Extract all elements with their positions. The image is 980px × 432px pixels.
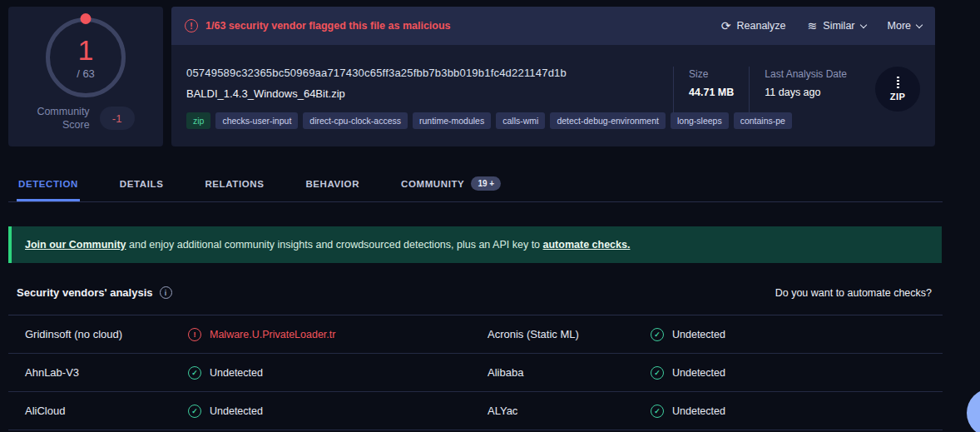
tab-behavior-label: BEHAVIOR bbox=[305, 179, 359, 189]
check-icon: ✓ bbox=[651, 328, 664, 341]
community-banner: Join our Community and enjoy additional … bbox=[8, 226, 942, 263]
size-column: Size 44.71 MB bbox=[673, 67, 749, 115]
community-label-line2: Score bbox=[62, 119, 90, 131]
more-button[interactable]: More bbox=[888, 20, 922, 32]
tab-detection[interactable]: DETECTION bbox=[17, 165, 80, 201]
similar-icon: ≋ bbox=[808, 20, 818, 32]
file-type-badge: ZIP bbox=[875, 67, 920, 112]
detection-total: / 63 bbox=[77, 67, 95, 80]
banner-text: and enjoy additional community insights … bbox=[126, 239, 543, 251]
analysis-title: Security vendors' analysis bbox=[17, 286, 153, 299]
detection-count: 1 bbox=[78, 36, 94, 64]
status-text: Undetected bbox=[672, 367, 725, 379]
file-meta: Size 44.71 MB Last Analysis Date 11 days… bbox=[673, 67, 920, 129]
refresh-icon: ⟳ bbox=[721, 20, 731, 32]
detection-status: ✓Undetected bbox=[651, 328, 943, 341]
summary-cards: 1 / 63 Community Score -1 ! 1/63 securit… bbox=[8, 7, 935, 146]
vendor-name: AliCloud bbox=[25, 405, 188, 417]
file-tag[interactable]: calls-wmi bbox=[496, 112, 545, 129]
status-text: Undetected bbox=[210, 405, 263, 417]
check-icon: ✓ bbox=[651, 366, 664, 380]
tag-list: zipchecks-user-inputdirect-cpu-clock-acc… bbox=[186, 112, 654, 129]
floating-action-button[interactable] bbox=[967, 389, 980, 432]
tab-community[interactable]: COMMUNITY 19 + bbox=[399, 165, 502, 201]
file-card-body: 05749589c32365bc50969aa717430c65ff3a25fb… bbox=[171, 45, 935, 129]
chevron-down-icon bbox=[916, 21, 923, 27]
vendors-table: Gridinsoft (no cloud)!Malware.U.PrivateL… bbox=[8, 315, 943, 430]
vendor-name: Acronis (Static ML) bbox=[488, 328, 651, 340]
file-info: 05749589c32365bc50969aa717430c65ff3a25fb… bbox=[186, 67, 654, 129]
gauge-detection-marker bbox=[81, 13, 92, 24]
header-actions: ⟳ Reanalyze ≋ Similar More bbox=[721, 20, 922, 32]
table-row: Gridinsoft (no cloud)!Malware.U.PrivateL… bbox=[8, 315, 943, 354]
file-hash: 05749589c32365bc50969aa717430c65ff3a25fb… bbox=[186, 67, 654, 79]
table-row: AliCloud✓UndetectedALYac✓Undetected bbox=[8, 392, 943, 430]
info-icon[interactable]: i bbox=[160, 286, 172, 299]
vendor-name: Gridinsoft (no cloud) bbox=[25, 328, 188, 340]
file-tag[interactable]: detect-debug-environment bbox=[550, 112, 666, 129]
file-card: ! 1/63 security vendor flagged this file… bbox=[171, 7, 935, 146]
last-analysis-label: Last Analysis Date bbox=[765, 68, 847, 80]
malicious-warning: ! 1/63 security vendor flagged this file… bbox=[185, 19, 451, 32]
detection-gauge: 1 / 63 bbox=[46, 17, 126, 97]
community-score-badge[interactable]: -1 bbox=[100, 107, 135, 130]
tab-details[interactable]: DETAILS bbox=[118, 165, 166, 201]
community-count-badge: 19 + bbox=[471, 176, 501, 191]
score-card: 1 / 63 Community Score -1 bbox=[8, 7, 163, 146]
join-community-link[interactable]: Join our Community bbox=[25, 239, 126, 251]
tab-relations[interactable]: RELATIONS bbox=[203, 165, 265, 201]
file-card-header: ! 1/63 security vendor flagged this file… bbox=[171, 7, 935, 45]
automate-checks-question[interactable]: Do you want to automate checks? bbox=[775, 287, 932, 299]
detection-status: ✓Undetected bbox=[188, 366, 488, 380]
reanalyze-button[interactable]: ⟳ Reanalyze bbox=[721, 20, 786, 32]
file-name: BALDI_1.4.3_Windows_64Bit.zip bbox=[186, 87, 654, 100]
file-tag[interactable]: zip bbox=[186, 112, 210, 129]
vendor-name: AhnLab-V3 bbox=[25, 366, 188, 379]
similar-button[interactable]: ≋ Similar bbox=[808, 20, 866, 32]
similar-label: Similar bbox=[823, 20, 854, 32]
zipper-icon bbox=[897, 77, 899, 89]
alert-icon: ! bbox=[185, 19, 198, 32]
chevron-down-icon bbox=[859, 21, 866, 27]
warning-text: 1/63 security vendor flagged this file a… bbox=[205, 20, 451, 32]
table-row: AhnLab-V3✓UndetectedAlibaba✓Undetected bbox=[8, 354, 943, 392]
check-icon: ✓ bbox=[651, 405, 664, 418]
virustotal-report-page: 1 / 63 Community Score -1 ! 1/63 securit… bbox=[0, 0, 980, 432]
status-text: Undetected bbox=[210, 367, 263, 379]
tab-relations-label: RELATIONS bbox=[205, 179, 264, 189]
community-score: Community Score -1 bbox=[8, 105, 163, 132]
file-tag[interactable]: runtime-modules bbox=[413, 112, 491, 129]
check-icon: ✓ bbox=[188, 366, 201, 380]
tab-detection-label: DETECTION bbox=[18, 179, 78, 189]
file-tag[interactable]: checks-user-input bbox=[215, 112, 298, 129]
analysis-title-wrap: Security vendors' analysis i bbox=[17, 286, 172, 299]
detection-status: ✓Undetected bbox=[651, 405, 943, 418]
size-label: Size bbox=[689, 68, 734, 80]
file-tag[interactable]: direct-cpu-clock-access bbox=[303, 112, 408, 129]
automate-checks-link[interactable]: automate checks. bbox=[543, 239, 631, 251]
status-text: Undetected bbox=[672, 405, 725, 417]
status-text: Undetected bbox=[672, 329, 725, 340]
report-tabs: DETECTION DETAILS RELATIONS BEHAVIOR COM… bbox=[8, 165, 943, 202]
reanalyze-label: Reanalyze bbox=[737, 20, 786, 32]
detection-status: !Malware.U.PrivateLoader.tr bbox=[188, 328, 488, 341]
status-text: Malware.U.PrivateLoader.tr bbox=[210, 329, 335, 340]
tab-behavior[interactable]: BEHAVIOR bbox=[304, 165, 361, 201]
last-analysis-column: Last Analysis Date 11 days ago bbox=[749, 67, 862, 115]
vendor-name: Alibaba bbox=[488, 366, 651, 379]
detection-status: ✓Undetected bbox=[651, 366, 943, 380]
size-value: 44.71 MB bbox=[689, 87, 734, 98]
community-score-label: Community Score bbox=[37, 105, 89, 132]
detection-status: ✓Undetected bbox=[188, 405, 488, 418]
check-icon: ✓ bbox=[188, 405, 201, 418]
file-type-label: ZIP bbox=[890, 92, 906, 102]
vendor-name: ALYac bbox=[488, 405, 651, 417]
alert-icon: ! bbox=[188, 328, 201, 341]
tab-community-label: COMMUNITY bbox=[401, 179, 464, 189]
more-label: More bbox=[888, 20, 911, 32]
last-analysis-value: 11 days ago bbox=[765, 87, 847, 98]
community-label-line1: Community bbox=[37, 106, 89, 117]
analysis-section-header: Security vendors' analysis i Do you want… bbox=[17, 286, 943, 299]
tab-details-label: DETAILS bbox=[120, 179, 164, 189]
